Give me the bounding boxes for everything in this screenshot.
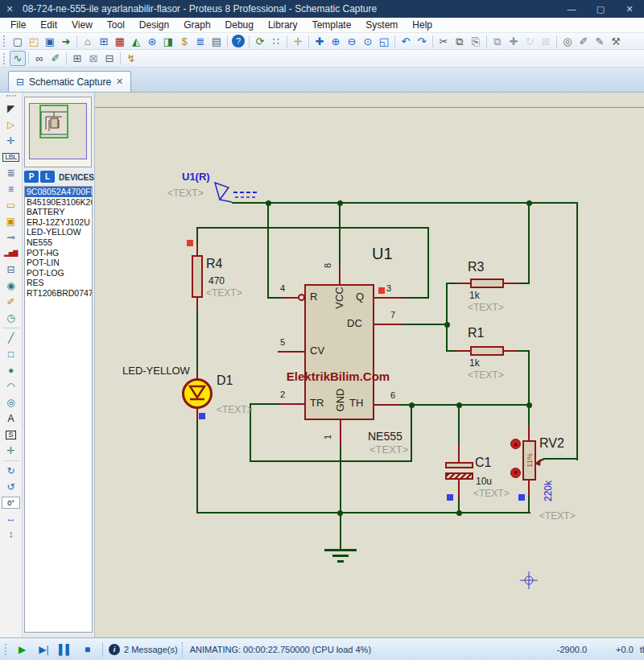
- import-button[interactable]: ➜: [58, 34, 74, 49]
- device-item[interactable]: RES: [25, 278, 92, 288]
- rv2-decrease-button[interactable]: ▼: [510, 468, 521, 478]
- block-copy-button[interactable]: ⧉: [489, 34, 506, 49]
- menu-item[interactable]: Debug: [218, 19, 261, 31]
- wire-segment[interactable]: [250, 403, 282, 405]
- maximize-button[interactable]: ▢: [586, 0, 615, 18]
- junction-dot[interactable]: [409, 402, 415, 408]
- search-component-button[interactable]: ◎: [559, 34, 576, 49]
- pick-devices-button[interactable]: P: [24, 171, 39, 183]
- pin-lead[interactable]: [502, 283, 518, 284]
- resistor-r4-body[interactable]: [192, 255, 203, 298]
- minimize-button[interactable]: —: [557, 0, 586, 18]
- open-project-button[interactable]: ◰: [26, 34, 42, 49]
- c1-ref-label[interactable]: C1: [475, 456, 491, 470]
- search-tag-button[interactable]: ∞: [31, 51, 47, 66]
- pin-lead[interactable]: [374, 297, 402, 299]
- r3-value-label[interactable]: 1k: [469, 290, 480, 301]
- 2d-arc-button[interactable]: ◠: [2, 378, 20, 394]
- 2d-box-button[interactable]: □: [2, 346, 20, 362]
- copy-button[interactable]: ⧉: [452, 34, 468, 49]
- junction-dot[interactable]: [456, 402, 462, 408]
- redraw-button[interactable]: ⟳: [252, 34, 268, 49]
- schematic-capture-button[interactable]: ⊞: [96, 34, 112, 49]
- pin-lead[interactable]: [458, 479, 460, 498]
- zoom-extents-button[interactable]: ⊙: [360, 34, 376, 49]
- junction-dot[interactable]: [526, 402, 532, 408]
- d1-ref-label[interactable]: D1: [217, 373, 233, 388]
- toggle-grid-button[interactable]: ∷: [268, 34, 284, 49]
- u1-ref-label[interactable]: U1: [372, 245, 393, 263]
- menu-item[interactable]: System: [358, 19, 405, 31]
- zoom-area-button[interactable]: ◱: [376, 34, 392, 49]
- junction-dot[interactable]: [266, 200, 271, 206]
- cut-button[interactable]: ✂: [436, 34, 452, 49]
- menu-item[interactable]: Help: [405, 19, 440, 31]
- save-project-button[interactable]: ▣: [42, 34, 58, 49]
- block-move-button[interactable]: ✚: [506, 34, 522, 49]
- new-sheet-button[interactable]: ⊞: [69, 51, 85, 66]
- 2d-marker-button[interactable]: ✛: [2, 443, 20, 459]
- stop-button[interactable]: ■: [76, 644, 98, 655]
- pin-lead[interactable]: [340, 419, 341, 445]
- junction-dot[interactable]: [444, 322, 450, 328]
- schematic-canvas[interactable]: U1(R) <TEXT> R4 470 <TEXT> U1 ElektrikBi…: [95, 93, 644, 637]
- pin-lead[interactable]: [196, 296, 198, 310]
- ground-stem[interactable]: [340, 512, 341, 550]
- d1-text-placeholder[interactable]: <TEXT>: [217, 404, 253, 415]
- 2d-symbol-button[interactable]: S: [2, 427, 20, 443]
- wire-segment[interactable]: [196, 227, 198, 246]
- tab-schematic-capture[interactable]: ⊟ Schematic Capture ✕: [8, 71, 131, 92]
- pin-lead[interactable]: [528, 426, 530, 442]
- device-item[interactable]: ERJ-12ZYJ102U: [25, 217, 92, 228]
- rotate-clockwise-button[interactable]: ↻: [2, 463, 20, 479]
- tab-close-icon[interactable]: ✕: [116, 76, 123, 87]
- resistor-r1-body[interactable]: [470, 346, 504, 356]
- terminal-ref-label[interactable]: U1(R): [182, 171, 210, 183]
- close-button[interactable]: ✕: [615, 0, 644, 18]
- wire-segment[interactable]: [196, 512, 530, 514]
- undo-button[interactable]: ↶: [398, 34, 414, 49]
- wire-segment[interactable]: [528, 350, 530, 406]
- rotation-angle-input[interactable]: [2, 497, 20, 509]
- device-item[interactable]: POT-LIN: [25, 258, 92, 268]
- rv2-value-label[interactable]: 220k: [542, 474, 555, 508]
- wire-segment[interactable]: [458, 405, 460, 446]
- generator-mode-button[interactable]: ◉: [2, 278, 20, 294]
- component-mode-button[interactable]: ▷: [2, 117, 20, 133]
- u1-watermark-text[interactable]: ElektrikBilim.Com: [285, 369, 391, 383]
- pin-lead[interactable]: [280, 403, 304, 405]
- design-notes-button[interactable]: ▤: [208, 34, 225, 49]
- rv2-text-placeholder[interactable]: <TEXT>: [539, 510, 576, 522]
- led-d1-body[interactable]: [182, 378, 213, 409]
- pin-lead[interactable]: [282, 297, 298, 299]
- r3-text-placeholder[interactable]: <TEXT>: [468, 302, 504, 313]
- play-button[interactable]: ▶: [11, 644, 33, 655]
- r4-ref-label[interactable]: R4: [206, 257, 222, 271]
- device-item[interactable]: LED-YELLOW: [25, 227, 92, 237]
- home-page-button[interactable]: ⌂: [80, 34, 96, 49]
- text-script-mode-button[interactable]: ≣: [2, 165, 20, 181]
- u1-part-label[interactable]: NE555: [368, 430, 402, 443]
- r1-value-label[interactable]: 1k: [469, 357, 480, 369]
- menu-item[interactable]: View: [64, 19, 100, 31]
- device-item[interactable]: RT1206BRD07470RL: [25, 288, 92, 299]
- wire-segment[interactable]: [543, 458, 578, 460]
- 2d-text-button[interactable]: A: [2, 410, 20, 427]
- zoom-in-button[interactable]: ⊕: [328, 34, 344, 49]
- junction-dot[interactable]: [526, 200, 532, 206]
- rv2-increase-button[interactable]: ▲: [510, 439, 521, 449]
- help-button[interactable]: ?: [232, 35, 245, 47]
- wire-label-mode-button[interactable]: LBL: [2, 149, 20, 165]
- subcircuit-mode-button[interactable]: ▭: [2, 197, 20, 213]
- flip-horizontal-button[interactable]: ↔: [2, 510, 20, 526]
- origin-button[interactable]: ✛: [290, 34, 306, 49]
- wire-segment[interactable]: [268, 297, 283, 299]
- rotate-anticlockwise-button[interactable]: ↺: [2, 479, 20, 495]
- r1-ref-label[interactable]: R1: [468, 326, 484, 340]
- info-icon[interactable]: i: [109, 644, 120, 655]
- paste-button[interactable]: ⎘: [468, 34, 484, 49]
- device-item[interactable]: BATTERY: [25, 207, 92, 217]
- r3-ref-label[interactable]: R3: [468, 260, 484, 274]
- device-item[interactable]: B45190E3106K209: [25, 197, 92, 208]
- pin-lead[interactable]: [458, 444, 460, 464]
